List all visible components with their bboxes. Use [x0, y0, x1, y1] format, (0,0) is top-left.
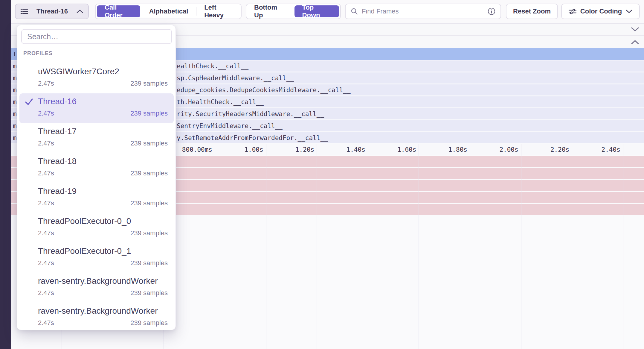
profile-item[interactable]: ThreadPoolExecutor-0_12.47s239 samples — [19, 243, 174, 273]
gridline — [266, 144, 266, 349]
chevron-down-icon — [625, 9, 633, 13]
frame-text-fragment: m — [13, 75, 17, 82]
bottom-up-label: Bottom Up — [254, 4, 286, 19]
profile-item[interactable]: uWSGIWorker7Core22.47s239 samples — [19, 63, 174, 93]
app-sidebar — [0, 0, 11, 349]
profile-name: raven-sentry.BackgroundWorker — [38, 306, 168, 316]
axis-tick-label: 1.40s — [318, 146, 365, 153]
profile-duration: 2.47s — [38, 199, 54, 207]
gridline — [419, 144, 419, 349]
profile-duration: 2.47s — [38, 139, 54, 147]
profile-samples: 239 samples — [130, 80, 168, 87]
profile-samples: 239 samples — [130, 199, 168, 207]
profile-name: raven-sentry.BackgroundWorker — [38, 276, 168, 286]
reset-zoom-label: Reset Zoom — [513, 7, 551, 15]
sort-alphabetical-button[interactable]: Alphabetical — [141, 4, 196, 19]
top-down-label: Top Down — [302, 4, 331, 19]
profile-duration: 2.47s — [38, 319, 54, 327]
gridline — [470, 144, 470, 349]
gridline — [317, 144, 317, 349]
profile-duration: 2.47s — [38, 229, 54, 237]
profile-samples: 239 samples — [130, 169, 168, 177]
frame-text-fragment: m — [13, 63, 17, 70]
profile-item[interactable]: ThreadPoolExecutor-0_02.47s239 samples — [19, 213, 174, 243]
profile-samples: 239 samples — [130, 259, 168, 267]
profiles-section-label: PROFILES — [23, 50, 53, 57]
profile-duration: 2.47s — [38, 110, 54, 117]
thread-dropdown: PROFILES uWSGIWorker7Core22.47s239 sampl… — [17, 25, 176, 330]
sort-left-heavy-label: Left Heavy — [204, 4, 233, 19]
find-frames-searchbox[interactable] — [345, 4, 501, 19]
bottom-up-button[interactable]: Bottom Up — [246, 4, 293, 19]
axis-tick-label: 1.60s — [368, 146, 416, 153]
profile-item[interactable]: Thread-172.47s239 samples — [19, 123, 174, 153]
info-icon[interactable] — [487, 7, 496, 16]
frame-text-fragment: m — [13, 87, 17, 94]
frame-function-label: rity.SecurityHeadersMiddleware.__call__ — [177, 110, 324, 118]
top-down-button[interactable]: Top Down — [294, 5, 339, 17]
sort-alphabetical-label: Alphabetical — [149, 7, 188, 15]
profile-name: ThreadPoolExecutor-0_1 — [38, 246, 168, 256]
frame-function-label: y.SetRemoteAddrFromForwardedFor.__call__ — [177, 134, 328, 142]
toolbar: Thread-16 Call Order Alphabetical Left H… — [11, 0, 644, 23]
profile-samples: 239 samples — [130, 289, 168, 297]
frame-function-label: th.HealthCheck.__call__ — [177, 98, 264, 106]
profile-item[interactable]: raven-sentry.BackgroundWorker2.47s239 sa… — [19, 303, 174, 333]
list-icon — [20, 8, 28, 15]
profile-name: Thread-17 — [38, 126, 168, 136]
profile-samples: 239 samples — [130, 110, 168, 117]
chevron-up-icon[interactable] — [631, 40, 639, 45]
sort-mode-group: Call Order Alphabetical Left Heavy — [95, 4, 242, 19]
sort-call-order-button[interactable]: Call Order — [97, 5, 140, 17]
frame-text-fragment: m — [13, 110, 17, 118]
frame-function-label: SentryEnvMiddleware.__call__ — [177, 122, 283, 130]
gridline — [521, 144, 521, 349]
frame-text-fragment: m — [13, 122, 17, 130]
dropdown-search-input[interactable] — [27, 32, 166, 41]
thread-selector-label: Thread-16 — [36, 7, 68, 15]
profile-name: Thread-19 — [38, 186, 168, 196]
profile-item[interactable]: Thread-192.47s239 samples — [19, 183, 174, 213]
find-frames-input[interactable] — [362, 7, 487, 15]
reset-zoom-button[interactable]: Reset Zoom — [506, 4, 558, 19]
gridline — [623, 144, 623, 349]
profile-name: uWSGIWorker7Core2 — [38, 66, 168, 77]
sort-call-order-label: Call Order — [105, 4, 132, 19]
frame-function-label: ealthCheck.__call__ — [177, 63, 248, 70]
gridline — [572, 144, 572, 349]
axis-tick-label: 2.20s — [521, 146, 569, 153]
color-coding-button[interactable]: Color Coding — [561, 4, 640, 19]
axis-tick-label: 1.00s — [216, 146, 263, 153]
profile-duration: 2.47s — [38, 259, 54, 267]
axis-tick-label: 1.20s — [266, 146, 314, 153]
thread-selector-button[interactable]: Thread-16 — [15, 4, 89, 19]
profile-item[interactable]: raven-sentry.BackgroundWorker2.47s239 sa… — [19, 273, 174, 303]
frame-function-label: edupe_cookies.DedupeCookiesMiddleware.__… — [177, 87, 351, 94]
direction-mode-group: Bottom Up Top Down — [246, 4, 341, 19]
frame-function-label: sp.CspHeaderMiddleware.__call__ — [177, 75, 294, 82]
profile-name: Thread-18 — [38, 156, 168, 166]
search-icon — [350, 7, 358, 15]
profile-samples: 239 samples — [130, 139, 168, 147]
chevron-down-icon[interactable] — [631, 27, 639, 32]
profile-item[interactable]: Thread-182.47s239 samples — [19, 153, 174, 183]
profile-samples: 239 samples — [130, 319, 168, 327]
frame-text-fragment: m — [13, 134, 17, 142]
profile-name: ThreadPoolExecutor-0_0 — [38, 216, 168, 226]
gridline — [368, 144, 368, 349]
axis-tick-label: 2.00s — [471, 146, 518, 153]
profile-duration: 2.47s — [38, 289, 54, 297]
profile-name: Thread-16 — [38, 96, 168, 107]
gridline — [215, 144, 215, 349]
frame-text-fragment: m — [13, 98, 17, 106]
dropdown-search-field[interactable] — [21, 29, 172, 44]
axis-tick-label: 1.80s — [419, 146, 467, 153]
sort-left-heavy-button[interactable]: Left Heavy — [196, 4, 241, 19]
profile-duration: 2.47s — [38, 169, 54, 177]
color-coding-label: Color Coding — [580, 7, 622, 15]
checkmark-icon — [24, 97, 34, 107]
frame-text-fragment: t — [13, 51, 17, 58]
profile-item[interactable]: Thread-162.47s239 samples — [19, 93, 174, 123]
axis-tick-label: 2.40s — [573, 146, 620, 153]
sliders-icon — [568, 8, 577, 15]
